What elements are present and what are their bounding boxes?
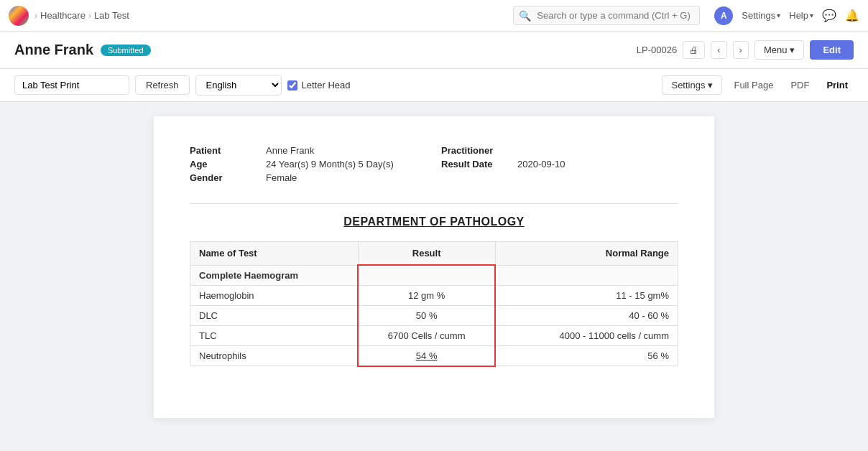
help-caret: ▾ — [810, 11, 813, 19]
status-badge: Submitted — [101, 45, 151, 56]
toolbar-settings-button[interactable]: Settings ▾ — [662, 75, 722, 95]
gender-value: Female — [266, 172, 297, 183]
main-content: Patient Anne Frank Age 24 Year(s) 9 Mont… — [0, 102, 868, 445]
normal-neutrophils: 56 % — [495, 345, 678, 366]
notifications-button[interactable]: 🔔 — [845, 9, 859, 22]
table-row: TLC 6700 Cells / cumm 4000 - 11000 cells… — [190, 325, 678, 345]
table-group-row: Complete Haemogram — [190, 265, 678, 285]
menu-button[interactable]: Menu ▾ — [754, 40, 805, 60]
letter-head-checkbox[interactable] — [287, 80, 297, 90]
template-input[interactable] — [14, 75, 129, 95]
lab-table: Name of Test Result Normal Range Complet… — [190, 241, 678, 367]
print-icon-button[interactable]: 🖨 — [683, 41, 705, 59]
normal-dlc: 40 - 60 % — [495, 305, 678, 325]
pdf-button[interactable]: PDF — [785, 77, 815, 93]
patient-info: Patient Anne Frank Age 24 Year(s) 9 Mont… — [190, 145, 678, 186]
group-result-empty — [358, 265, 495, 285]
section-divider — [190, 203, 678, 204]
help-button[interactable]: Help ▾ — [789, 10, 813, 21]
result-date-label: Result Date — [441, 159, 506, 169]
avatar: A — [714, 6, 733, 25]
practitioner-row: Practitioner — [441, 145, 678, 156]
col-result: Result — [358, 242, 495, 266]
table-row: DLC 50 % 40 - 60 % — [190, 305, 678, 325]
normal-haemoglobin: 11 - 15 gm% — [495, 285, 678, 305]
page-title: Anne Frank — [14, 42, 93, 58]
settings-caret-icon: ▾ — [708, 80, 713, 90]
next-doc-button[interactable]: › — [733, 41, 749, 59]
letter-head-checkbox-wrap: Letter Head — [287, 80, 351, 90]
breadcrumb-chevron-2: › — [88, 11, 91, 21]
group-normal-empty — [495, 265, 678, 285]
top-nav: › Healthcare › Lab Test 🔍 A Settings ▾ H… — [0, 0, 868, 32]
menu-caret: ▾ — [790, 45, 795, 55]
practitioner-label: Practitioner — [441, 145, 506, 156]
toolbar-right: Settings ▾ Full Page PDF Print — [662, 75, 854, 95]
fullpage-button[interactable]: Full Page — [728, 77, 779, 93]
gender-label: Gender — [190, 172, 254, 183]
refresh-button[interactable]: Refresh — [135, 75, 190, 95]
age-row: Age 24 Year(s) 9 Month(s) 5 Day(s) — [190, 159, 427, 169]
toolbar: Refresh English Letter Head Settings ▾ F… — [0, 69, 868, 102]
test-dlc: DLC — [190, 305, 359, 325]
comments-button[interactable]: 💬 — [822, 9, 836, 22]
col-normal-range: Normal Range — [495, 242, 678, 266]
breadcrumb-labtest[interactable]: Lab Test — [94, 10, 129, 21]
doc-id: LP-00026 — [637, 45, 677, 55]
test-tlc: TLC — [190, 325, 359, 345]
letter-head-label: Letter Head — [302, 80, 351, 90]
breadcrumb-chevron-1: › — [34, 11, 37, 21]
result-date-row: Result Date 2020-09-10 — [441, 159, 678, 169]
table-header-row: Name of Test Result Normal Range — [190, 242, 678, 266]
page-header: Anne Frank Submitted LP-00026 🖨 ‹ › Menu… — [0, 32, 868, 69]
search-input[interactable] — [513, 6, 700, 25]
result-dlc: 50 % — [358, 305, 495, 325]
breadcrumb-healthcare[interactable]: Healthcare — [40, 10, 86, 21]
app-logo — [9, 6, 29, 26]
test-neutrophils: Neutrophils — [190, 345, 359, 366]
settings-button[interactable]: Settings ▾ — [742, 10, 780, 21]
topnav-right: A Settings ▾ Help ▾ 💬 🔔 — [714, 6, 859, 25]
result-haemoglobin: 12 gm % — [358, 285, 495, 305]
patient-label: Patient — [190, 145, 254, 156]
breadcrumb: › Healthcare › Lab Test — [34, 10, 129, 21]
col-test-name: Name of Test — [190, 242, 359, 266]
result-tlc: 6700 Cells / cumm — [358, 325, 495, 345]
edit-button[interactable]: Edit — [810, 40, 854, 60]
table-row: Neutrophils 54 % 56 % — [190, 345, 678, 366]
search-box: 🔍 — [513, 6, 700, 25]
patient-row: Patient Anne Frank — [190, 145, 427, 156]
result-neutrophils: 54 % — [358, 345, 495, 366]
result-date-value: 2020-09-10 — [517, 159, 565, 169]
prev-doc-button[interactable]: ‹ — [711, 41, 726, 59]
search-icon: 🔍 — [519, 10, 531, 22]
page-header-right: LP-00026 🖨 ‹ › Menu ▾ Edit — [637, 40, 854, 60]
print-paper: Patient Anne Frank Age 24 Year(s) 9 Mont… — [154, 116, 714, 418]
age-value: 24 Year(s) 9 Month(s) 5 Day(s) — [266, 159, 394, 169]
normal-tlc: 4000 - 11000 cells / cumm — [495, 325, 678, 345]
table-row: Haemoglobin 12 gm % 11 - 15 gm% — [190, 285, 678, 305]
test-haemoglobin: Haemoglobin — [190, 285, 359, 305]
print-button[interactable]: Print — [821, 77, 854, 93]
settings-caret: ▾ — [777, 11, 780, 19]
department-header: DEPARTMENT OF PATHOLOGY — [190, 215, 678, 228]
language-select[interactable]: English — [195, 75, 282, 96]
patient-value: Anne Frank — [266, 145, 314, 156]
age-label: Age — [190, 159, 254, 169]
group-name: Complete Haemogram — [190, 265, 359, 285]
gender-row: Gender Female — [190, 172, 427, 183]
